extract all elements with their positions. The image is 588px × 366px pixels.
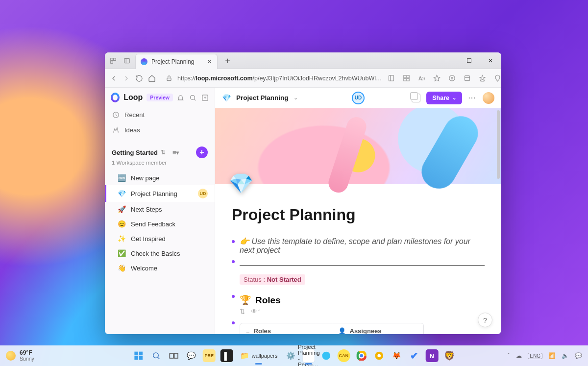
status-value: Not Started <box>267 276 301 283</box>
app-available-icon[interactable] <box>387 74 396 83</box>
taskbar-settings[interactable]: ⚙️ <box>284 349 297 362</box>
back-button[interactable] <box>110 74 118 83</box>
page-title[interactable]: Project Planning <box>232 206 485 224</box>
taskbar-file-explorer[interactable]: 📁wallpapers <box>238 349 280 362</box>
chat-button[interactable]: 💬 <box>185 349 198 362</box>
browser-window: Project Planning ✕ ＋ ─ ☐ ✕ https://loop.… <box>105 52 501 334</box>
workspace-title[interactable]: Getting Started <box>112 149 158 156</box>
add-page-button[interactable]: + <box>196 146 208 158</box>
taskbar-todo[interactable]: ✔ <box>408 349 420 362</box>
bullet-dot-icon <box>232 240 235 243</box>
col-assignees[interactable]: 👤Assignees <box>332 323 424 334</box>
page-welcome[interactable]: 👋Welcome <box>105 261 215 275</box>
tray-overflow-icon[interactable]: ˄ <box>507 352 510 359</box>
presence-avatar[interactable]: UD <box>352 92 365 104</box>
visibility-icon[interactable]: 👁࿔ <box>251 308 261 315</box>
svg-rect-6 <box>389 75 394 81</box>
tab-actions-icon[interactable] <box>123 57 130 64</box>
page-project-planning[interactable]: 💎Project PlanningUD <box>105 185 215 202</box>
copy-component-button[interactable] <box>412 94 420 102</box>
tray-notifications-icon[interactable]: 💬 <box>575 352 582 359</box>
collections-icon[interactable] <box>463 74 472 83</box>
doc-profile-avatar[interactable] <box>483 92 494 104</box>
favorite-star-icon[interactable] <box>433 74 441 83</box>
notifications-icon[interactable] <box>177 94 184 101</box>
window-minimize-button[interactable]: ─ <box>437 52 458 69</box>
col-roles[interactable]: ≡Roles <box>240 323 332 334</box>
browser-tab[interactable]: Project Planning ✕ <box>135 54 218 69</box>
svg-rect-27 <box>134 356 138 360</box>
bullet-table: ≡Roles 👤Assignees <box>232 318 485 334</box>
sidebar-recent[interactable]: Recent <box>105 107 215 122</box>
roles-heading[interactable]: 🏆 Roles <box>240 294 485 306</box>
workspace-sort-icon[interactable]: ⇅ <box>161 149 166 156</box>
taskbar-chrome[interactable] <box>355 349 368 362</box>
read-aloud-icon[interactable]: A)) <box>417 74 426 83</box>
pinned-app-can[interactable]: CAN <box>337 349 350 362</box>
sidebar-ideas[interactable]: Ideas <box>105 122 215 138</box>
loop-favicon-icon <box>141 58 147 65</box>
page-send-feedback[interactable]: 😊Send Feedback <box>105 217 215 231</box>
svg-rect-31 <box>170 353 173 358</box>
page-new[interactable]: 🆕New page <box>105 171 215 185</box>
page-get-inspired[interactable]: ✨Get Inspired <box>105 231 215 246</box>
svg-marker-12 <box>434 75 440 81</box>
url-text[interactable]: https://loop.microsoft.com/p/eyJ3Ijp7InU… <box>177 75 382 82</box>
status-tag[interactable]: Status : Not Started <box>240 274 305 285</box>
window-maximize-button[interactable]: ☐ <box>458 52 480 69</box>
page-list: 🆕New page 💎Project PlanningUD 🚀Next Step… <box>105 168 215 275</box>
tray-language-icon[interactable]: ENG <box>528 353 542 359</box>
search-icon[interactable] <box>189 94 196 101</box>
document-body[interactable]: Project Planning 👉 Use this template to … <box>215 184 501 334</box>
doc-icon: 💎 <box>222 94 231 102</box>
sort-icon[interactable]: ⇅ <box>240 308 245 315</box>
refresh-button[interactable] <box>135 74 143 83</box>
forward-button[interactable] <box>122 74 130 83</box>
breadcrumb-chevron-icon[interactable]: ⌄ <box>294 95 298 101</box>
new-page-icon: 🆕 <box>117 174 126 182</box>
taskbar-chrome-canary[interactable] <box>372 349 385 362</box>
new-component-icon[interactable] <box>201 94 209 101</box>
bullet-blank-line[interactable] <box>232 257 485 266</box>
tray-network-icon[interactable]: 📶 <box>548 352 556 359</box>
window-close-button[interactable]: ✕ <box>480 52 501 69</box>
workspaces-icon[interactable] <box>110 57 117 64</box>
tab-close-button[interactable]: ✕ <box>207 58 212 65</box>
doc-breadcrumb-title[interactable]: Project Planning <box>236 94 289 101</box>
home-button[interactable] <box>148 74 156 83</box>
search-button[interactable] <box>150 349 163 362</box>
share-button[interactable]: Share⌄ <box>426 92 462 104</box>
taskbar-brave[interactable]: 🦁 <box>443 349 456 362</box>
taskbar-weather-widget[interactable]: 69°FSunny <box>6 350 34 362</box>
extensions-icon[interactable] <box>402 74 411 83</box>
bullet-hint[interactable]: 👉 Use this template to define, scope and… <box>232 237 485 255</box>
tracking-prevention-icon[interactable] <box>448 74 457 83</box>
svg-rect-3 <box>124 58 130 63</box>
tray-onedrive-icon[interactable]: ☁ <box>516 352 522 359</box>
cover-image: 💎 <box>215 108 501 184</box>
page-next-steps[interactable]: 🚀Next Steps <box>105 202 215 217</box>
pinned-app-pre[interactable]: PRE <box>203 349 216 362</box>
favorites-bar-icon[interactable] <box>478 74 487 83</box>
task-view-button[interactable] <box>168 349 180 362</box>
page-check-basics[interactable]: ✅Check the Basics <box>105 246 215 261</box>
vertical-scrollbar[interactable] <box>497 110 500 179</box>
taskbar-firefox[interactable]: 🦊 <box>390 349 403 362</box>
site-lock-icon[interactable] <box>166 74 172 83</box>
browser-address-bar: https://loop.microsoft.com/p/eyJ3Ijp7InU… <box>105 69 501 88</box>
taskbar-edge-secondary[interactable] <box>319 349 332 362</box>
svg-point-19 <box>191 95 195 99</box>
roles-table[interactable]: ≡Roles 👤Assignees <box>240 323 424 334</box>
svg-rect-28 <box>139 356 143 360</box>
view-options-icon[interactable]: ≡▾ <box>172 149 180 156</box>
new-tab-button[interactable]: ＋ <box>220 54 234 68</box>
taskbar-onenote[interactable]: N <box>425 349 438 362</box>
blank-input-line[interactable] <box>240 257 485 266</box>
help-button[interactable]: ? <box>478 313 492 327</box>
taskbar-edge[interactable]: Project Planning - Perso… <box>302 349 315 363</box>
doc-more-button[interactable]: ⋯ <box>468 93 477 102</box>
browser-essentials-icon[interactable] <box>493 74 502 83</box>
pinned-app-terminal[interactable]: ▌ <box>220 349 233 362</box>
start-button[interactable] <box>132 349 145 362</box>
tray-volume-icon[interactable]: 🔈 <box>562 352 569 359</box>
